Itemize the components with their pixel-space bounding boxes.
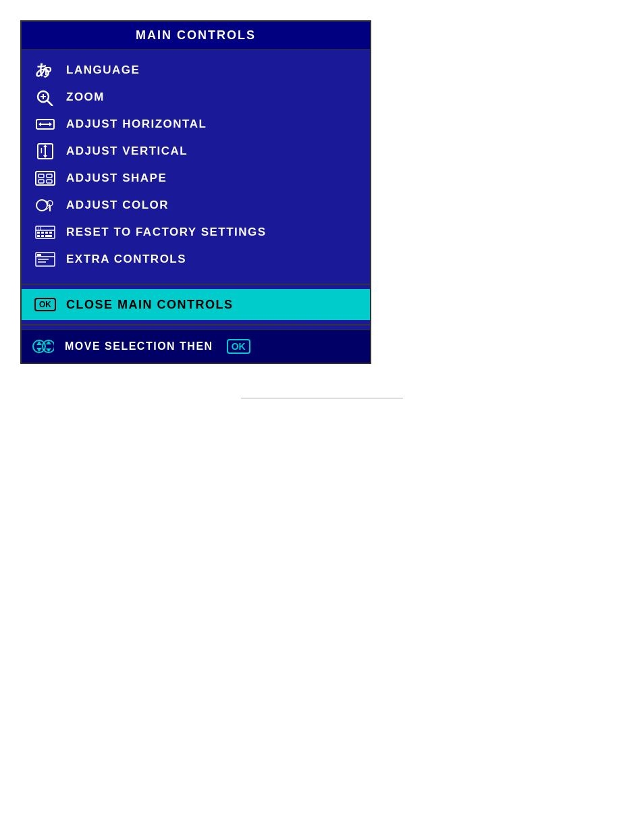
- svg-line-3: [47, 101, 53, 106]
- navigation-icons: [32, 337, 54, 356]
- zoom-label: ZOOM: [66, 90, 105, 104]
- svg-marker-42: [46, 341, 51, 344]
- svg-marker-39: [36, 341, 42, 345]
- menu-item-zoom[interactable]: ZOOM: [22, 84, 370, 111]
- adjust-shape-label: ADJUST SHAPE: [66, 172, 167, 185]
- svg-rect-28: [49, 232, 52, 234]
- extra-controls-label: EXTRA CONTROLS: [66, 253, 186, 266]
- main-controls-panel: MAIN CONTROLS あ P LANGUAGE: [20, 20, 371, 364]
- close-main-controls-button[interactable]: OK CLOSE MAIN CONTROLS: [22, 289, 370, 320]
- svg-rect-29: [37, 235, 40, 237]
- svg-marker-40: [36, 348, 42, 352]
- menu-item-adjust-color[interactable]: ADJUST COLOR: [22, 192, 370, 219]
- menu-item-language[interactable]: あ P LANGUAGE: [22, 57, 370, 84]
- svg-rect-27: [45, 232, 48, 234]
- menu-items-list: あ P LANGUAGE ZOOM: [22, 50, 370, 280]
- svg-marker-12: [43, 145, 47, 147]
- footer-bar: MOVE SELECTION THEN OK: [22, 330, 370, 363]
- reset-icon: |||: [32, 222, 58, 242]
- menu-item-adjust-shape[interactable]: ADJUST SHAPE: [22, 165, 370, 192]
- shape-icon: [32, 168, 58, 188]
- ok-close-icon: OK: [32, 294, 58, 315]
- menu-item-extra-controls[interactable]: EXTRA CONTROLS: [22, 246, 370, 273]
- svg-point-20: [36, 200, 47, 211]
- svg-rect-35: [37, 254, 41, 256]
- zoom-icon: [32, 87, 58, 107]
- footer-divider: [22, 324, 370, 325]
- vertical-icon: I: [32, 141, 58, 161]
- svg-text:I: I: [41, 147, 43, 155]
- svg-rect-17: [47, 174, 52, 178]
- page-divider: [241, 398, 403, 398]
- close-button-label: CLOSE MAIN CONTROLS: [66, 298, 234, 312]
- panel-title: MAIN CONTROLS: [136, 28, 256, 42]
- menu-divider: [22, 284, 370, 285]
- reset-factory-label: RESET TO FACTORY SETTINGS: [66, 226, 267, 239]
- extra-icon: [32, 249, 58, 269]
- horizontal-icon: [32, 114, 58, 134]
- updown-arrow-icon: [32, 337, 54, 356]
- svg-marker-9: [49, 122, 52, 126]
- svg-marker-8: [38, 122, 41, 126]
- svg-rect-19: [47, 180, 52, 183]
- svg-rect-25: [37, 232, 40, 234]
- svg-rect-31: [45, 235, 52, 237]
- svg-marker-43: [46, 348, 51, 352]
- svg-rect-18: [38, 180, 44, 183]
- svg-rect-26: [41, 232, 44, 234]
- ok-confirm-badge: OK: [227, 339, 250, 354]
- menu-item-adjust-horizontal[interactable]: ADJUST HORIZONTAL: [22, 111, 370, 138]
- language-label: LANGUAGE: [66, 63, 140, 77]
- color-icon: [32, 195, 58, 215]
- svg-rect-30: [41, 235, 44, 237]
- svg-text:P: P: [45, 66, 52, 77]
- svg-text:|||: |||: [38, 226, 42, 230]
- menu-item-adjust-vertical[interactable]: I ADJUST VERTICAL: [22, 138, 370, 165]
- menu-item-reset-factory[interactable]: ||| RESET TO FACTORY SETTINGS: [22, 219, 370, 246]
- svg-rect-16: [38, 174, 44, 178]
- adjust-color-label: ADJUST COLOR: [66, 199, 169, 212]
- adjust-vertical-label: ADJUST VERTICAL: [66, 145, 188, 158]
- language-icon: あ P: [32, 60, 58, 80]
- svg-marker-13: [43, 155, 47, 158]
- adjust-horizontal-label: ADJUST HORIZONTAL: [66, 118, 207, 131]
- footer-instruction: MOVE SELECTION THEN: [65, 340, 213, 353]
- panel-header: MAIN CONTROLS: [22, 22, 370, 50]
